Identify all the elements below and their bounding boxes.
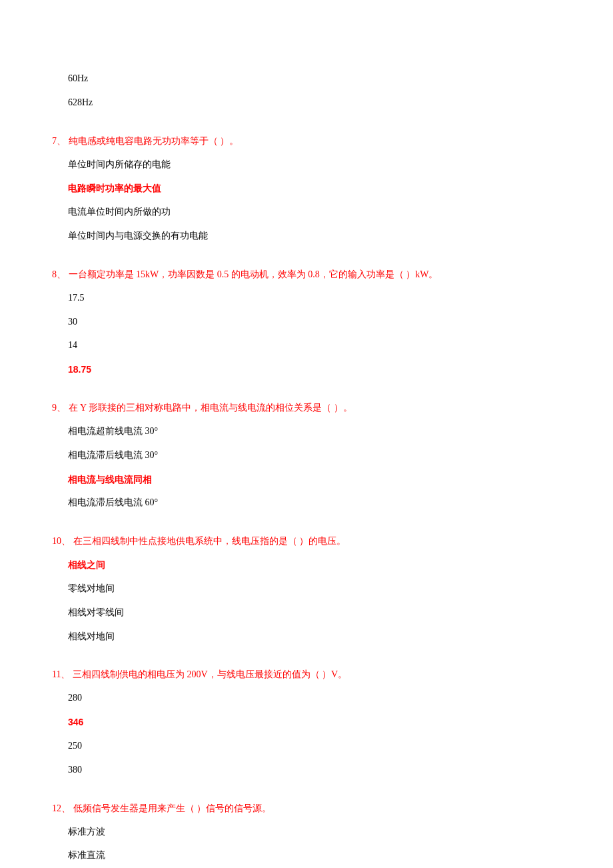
option-item: 相电流滞后线电流 60°	[68, 497, 546, 509]
option-item: 380	[68, 765, 546, 776]
option-item-correct: 相线之间	[68, 559, 546, 571]
option-item: 250	[68, 741, 546, 752]
options-group: 相线之间零线对地间相线对零线间相线对地间	[68, 559, 546, 642]
option-item: 单位时间内所储存的电能	[68, 159, 546, 171]
question-block: 7、 纯电感或纯电容电路无功功率等于（ ）。单位时间内所储存的电能电路瞬时功率的…	[52, 134, 546, 242]
option-item: 相电流超前线电流 30°	[68, 426, 546, 437]
option-item: 30	[68, 317, 546, 328]
question-block: 10、 在三相四线制中性点接地供电系统中，线电压指的是（ ）的电压。相线之间零线…	[52, 534, 546, 642]
question-block: 9、 在 Y 形联接的三相对称电路中，相电流与线电流的相位关系是（ ）。相电流超…	[52, 401, 546, 509]
question-text: 在 Y 形联接的三相对称电路中，相电流与线电流的相位关系是（ ）。	[66, 403, 352, 413]
question-number: 9、	[52, 401, 66, 415]
question-text: 纯电感或纯电容电路无功功率等于（ ）。	[66, 136, 239, 146]
question-stem: 12、 低频信号发生器是用来产生（ ）信号的信号源。	[52, 801, 546, 815]
question-text: 一台额定功率是 15kW，功率因数是 0.5 的电动机，效率为 0.8，它的输入…	[66, 269, 438, 279]
question-stem: 9、 在 Y 形联接的三相对称电路中，相电流与线电流的相位关系是（ ）。	[52, 401, 546, 415]
question-number: 10、	[52, 534, 71, 548]
question-number: 7、	[52, 134, 66, 148]
options-group: 单位时间内所储存的电能电路瞬时功率的最大值电流单位时间内所做的功单位时间内与电源…	[68, 159, 546, 242]
orphan-options-group: 60Hz 628Hz	[68, 73, 546, 109]
options-group: 相电流超前线电流 30°相电流滞后线电流 30°相电流与线电流同相相电流滞后线电…	[68, 426, 546, 509]
question-block: 12、 低频信号发生器是用来产生（ ）信号的信号源。标准方波标准直流标准高频正弦…	[52, 801, 546, 868]
option-item: 628Hz	[68, 97, 546, 109]
option-item: 60Hz	[68, 73, 546, 85]
option-item: 零线对地间	[68, 583, 546, 595]
question-text: 三相四线制供电的相电压为 200V，与线电压最接近的值为（ ）V。	[70, 669, 347, 679]
question-stem: 11、 三相四线制供电的相电压为 200V，与线电压最接近的值为（ ）V。	[52, 667, 546, 681]
option-item: 相线对地间	[68, 631, 546, 643]
option-item: 相电流滞后线电流 30°	[68, 450, 546, 461]
question-stem: 8、 一台额定功率是 15kW，功率因数是 0.5 的电动机，效率为 0.8，它…	[52, 267, 546, 281]
option-item: 标准直流	[68, 850, 546, 861]
option-item-correct: 电路瞬时功率的最大值	[68, 183, 546, 194]
option-item: 单位时间内与电源交换的有功电能	[68, 231, 546, 242]
question-number: 12、	[52, 801, 71, 815]
option-item: 17.5	[68, 293, 546, 304]
questions-list: 7、 纯电感或纯电容电路无功功率等于（ ）。单位时间内所储存的电能电路瞬时功率的…	[52, 134, 546, 868]
question-text: 低频信号发生器是用来产生（ ）信号的信号源。	[71, 803, 271, 813]
option-item: 相线对零线间	[68, 607, 546, 619]
question-block: 11、 三相四线制供电的相电压为 200V，与线电压最接近的值为（ ）V。280…	[52, 667, 546, 775]
question-number: 8、	[52, 267, 66, 281]
options-group: 标准方波标准直流标准高频正弦标准低频正弦	[68, 827, 546, 868]
option-item: 标准方波	[68, 827, 546, 838]
option-item-correct: 346	[68, 717, 546, 728]
options-group: 280346250380	[68, 693, 546, 775]
document-page: 60Hz 628Hz 7、 纯电感或纯电容电路无功功率等于（ ）。单位时间内所储…	[0, 0, 613, 868]
question-number: 11、	[52, 667, 70, 681]
option-item-correct: 18.75	[68, 364, 546, 375]
question-text: 在三相四线制中性点接地供电系统中，线电压指的是（ ）的电压。	[71, 536, 346, 546]
option-item: 280	[68, 693, 546, 704]
question-stem: 7、 纯电感或纯电容电路无功功率等于（ ）。	[52, 134, 546, 148]
question-block: 8、 一台额定功率是 15kW，功率因数是 0.5 的电动机，效率为 0.8，它…	[52, 267, 546, 375]
option-item: 电流单位时间内所做的功	[68, 207, 546, 218]
option-item-correct: 相电流与线电流同相	[68, 474, 546, 485]
options-group: 17.5301418.75	[68, 293, 546, 375]
question-stem: 10、 在三相四线制中性点接地供电系统中，线电压指的是（ ）的电压。	[52, 534, 546, 548]
option-item: 14	[68, 340, 546, 351]
